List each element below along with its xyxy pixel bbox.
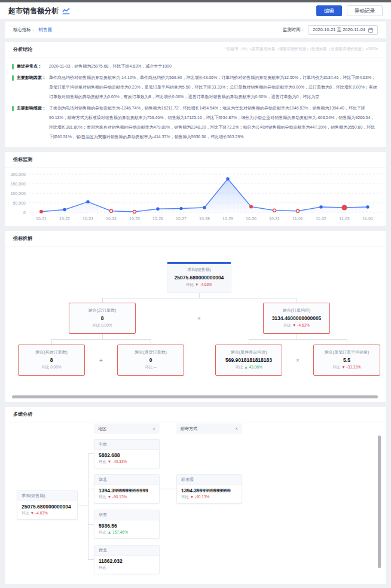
decomp-node-avg-qty-per-order[interactable]: 聚合(单笔订单平均销量) 5.5 环比 ▼ -33.33% — [313, 345, 380, 376]
green-bullet-bar — [12, 64, 14, 69]
decomp-node-sales-sum[interactable]: 求和(销售额) 25075.680000000004 环比 ▼ -4.63% — [167, 262, 231, 293]
multidim-node-standard-class[interactable]: 标准级 1394.3999999999999 环比 ▼ -90.13% — [176, 474, 242, 504]
conclusion-item-dimensions: 主要影响维度： 子类别为电话对销售额的异动贡献率为-1246.74%，销售额为1… — [12, 103, 378, 142]
decomp-node-total-orders[interactable]: 聚合(总订单数) 8 环比 0.00% — [69, 303, 136, 334]
conclusion-section: 分析结论 *贡献率（%）=某因素增加量（增量或增长程度）/总增加量（总增量或增长… — [5, 42, 386, 147]
svg-text:10-29: 10-29 — [222, 217, 233, 221]
top-bar: 超市销售额分析 编辑 异动记录 — [0, 2, 391, 19]
svg-text:11-03: 11-03 — [339, 217, 349, 221]
operator-plus: + — [99, 357, 103, 364]
date-range-picker[interactable]: 2020-10-21 至 2020-11-04 — [308, 25, 378, 35]
decomposition-title: 指标拆解 — [13, 235, 32, 242]
trend-arrow-icon: ▼ — [195, 282, 198, 287]
line-chart-icon — [62, 8, 70, 14]
trend-arrow-icon: ▼ — [341, 365, 345, 369]
conclusion-item-anomaly: 最近异常点： 2020-11-03，销售额为25075.68，环比下降4.63%… — [12, 62, 378, 71]
svg-text:100,000: 100,000 — [11, 191, 26, 196]
horizontal-scrollbar[interactable] — [12, 395, 378, 398]
operator-multiply: × — [197, 315, 201, 322]
decomp-node-item-avg-price[interactable]: 聚合(单件商品均价) 569.9018181818183 环比 ▲ 43.06% — [215, 345, 282, 376]
svg-text:10-23: 10-23 — [83, 217, 93, 221]
monitor-section: 指标监测 050,000100,000150,000200,00010-2110… — [5, 152, 386, 226]
multidim-node-central-south[interactable]: 中南 5882.688 环比 ▼ -40.33% — [94, 439, 160, 468]
multidim-node-north-china[interactable]: 华北 1394.3999999999999 环比 ▼ -90.13% — [94, 474, 160, 504]
multidim-title: 多维分析 — [13, 411, 32, 418]
trend-arrow-icon: ▼ — [292, 323, 296, 327]
svg-text:150,000: 150,000 — [11, 182, 26, 186]
vertical-scrollbar[interactable] — [378, 435, 381, 568]
svg-text:10-22: 10-22 — [59, 217, 70, 221]
multidim-node-east-china[interactable]: 华东 5936.56 环比 ▲ 157.46% — [94, 510, 160, 539]
core-metric-value[interactable]: 销售额 — [39, 27, 53, 33]
svg-text:10-25: 10-25 — [129, 217, 140, 221]
decomp-node-valid-orders[interactable]: 聚合(有效订单数) 8 环比 0.00% — [18, 345, 85, 376]
svg-text:10-21: 10-21 — [36, 217, 47, 221]
change-records-button[interactable]: 异动记录 — [347, 5, 383, 17]
svg-text:10-31: 10-31 — [269, 217, 280, 221]
svg-text:10-26: 10-26 — [152, 217, 163, 221]
trend-arrow-icon: ▲ — [108, 530, 111, 534]
svg-text:10-28: 10-28 — [199, 217, 210, 221]
edit-button[interactable]: 编辑 — [316, 5, 342, 17]
trend-arrow-icon: ▼ — [108, 495, 111, 499]
conclusion-item-label: 主要影响维度： — [17, 103, 49, 113]
green-bullet-bar — [12, 106, 14, 111]
conclusion-item-factors: 主要影响因素： 单件商品均价对销售额的异动贡献率为-14.10%，单件商品均价为… — [12, 73, 378, 102]
multidim-node-sales-sum[interactable]: 求和(销售额) 25075.680000000004 环比 ▼ -4.63% — [17, 490, 78, 520]
conclusion-item-label: 主要影响因素： — [17, 73, 49, 83]
svg-text:10-30: 10-30 — [246, 217, 256, 221]
svg-text:0: 0 — [23, 211, 26, 215]
svg-text:10-24: 10-24 — [106, 217, 117, 221]
date-range-value: 2020-10-21 至 2020-11-04 — [313, 27, 365, 33]
trend-arrow-icon: ▼ — [108, 459, 111, 464]
dimension-pill-region: 地区 × — [94, 424, 160, 434]
conclusion-item-text: 2020-11-03，销售额为25075.68，环比下降4.63%，减少大于10… — [49, 62, 378, 71]
multidim-node-northwest[interactable]: 西北 11862.032 环比 -- — [94, 545, 160, 574]
conclusion-item-text: 单件商品均价对销售额的异动贡献率为-14.10%，单件商品均价为569.90，环… — [49, 73, 378, 102]
core-metric-label: 核心指标： — [13, 27, 36, 33]
trend-arrow-icon: ▲ — [244, 365, 248, 369]
monitor-time-label: 监测时间： — [283, 27, 306, 33]
trend-arrow-icon: ▼ — [190, 495, 194, 499]
svg-text:11-02: 11-02 — [316, 217, 326, 221]
decomp-node-return-orders[interactable]: 聚合(退货订单数) 0 环比 -- — [117, 345, 184, 376]
svg-text:200,000: 200,000 — [11, 172, 26, 176]
conclusion-item-text: 子类别为电话对销售额的异动贡献率为-1246.74%，销售额为16211.72，… — [49, 103, 378, 142]
calendar-icon — [368, 28, 373, 33]
close-icon[interactable]: × — [235, 426, 238, 431]
operator-multiply: × — [296, 357, 300, 364]
monitor-title: 指标监测 — [13, 156, 32, 163]
decomp-node-avg-order-price[interactable]: 聚合(订单均价) 3134.4600000000005 环比 ▼ -4.63% — [263, 303, 330, 334]
trend-arrow-icon: ▼ — [30, 511, 34, 515]
conclusion-title: 分析结论 — [13, 46, 32, 53]
page-title: 超市销售额分析 — [8, 6, 59, 16]
decomposition-section: 指标拆解 × + × 求和(销售额) 25075.680000000004 环比 — [5, 231, 386, 402]
multidim-section: 多维分析 地区 × 邮寄方式 × 求和(销售额) 25075.680000000… — [5, 407, 386, 584]
decomposition-tree: × + × 求和(销售额) 25075.680000000004 环比 ▼ -4… — [5, 246, 386, 390]
contribution-formula-note: *贡献率（%）=某因素增加量（增量或增长程度）/总增加量（总增量或增长程度）×1… — [225, 47, 378, 52]
svg-text:10-27: 10-27 — [176, 217, 187, 221]
svg-text:50,000: 50,000 — [13, 201, 26, 205]
svg-text:11-04: 11-04 — [362, 217, 372, 221]
dimension-pill-ship-mode: 邮寄方式 × — [176, 424, 242, 434]
svg-text:11-01: 11-01 — [292, 217, 303, 221]
multidim-tree: 地区 × 邮寄方式 × 求和(销售额) 25075.680000000004 环… — [5, 422, 386, 579]
close-icon[interactable]: × — [152, 426, 155, 431]
green-bullet-bar — [12, 75, 14, 81]
filter-bar: 核心指标： 销售额 监测时间： 2020-10-21 至 2020-11-04 — [5, 22, 386, 38]
trend-chart[interactable]: 050,000100,000150,000200,00010-2110-2210… — [5, 169, 386, 224]
conclusion-item-label: 最近异常点： — [17, 62, 49, 71]
